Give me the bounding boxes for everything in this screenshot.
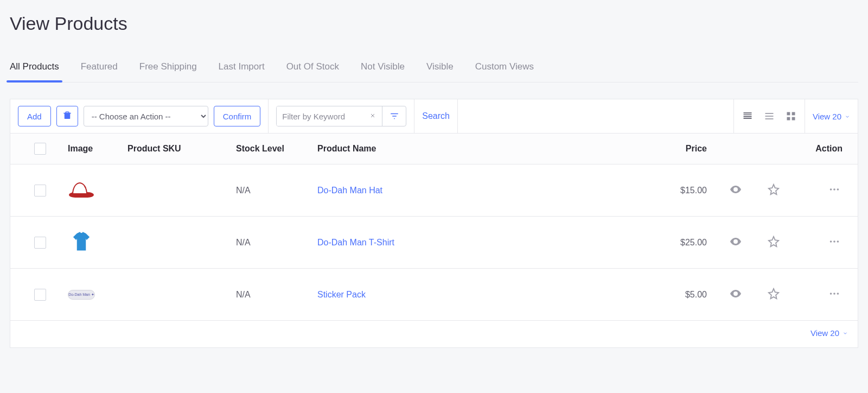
col-price: Price — [652, 144, 717, 154]
bulk-action-select[interactable]: -- Choose an Action -- — [84, 106, 208, 126]
tab-bar: All ProductsFeaturedFree ShippingLast Im… — [10, 56, 858, 83]
svg-point-13 — [735, 293, 737, 295]
star-icon — [768, 288, 780, 302]
toolbar-group-search-link: Search — [414, 99, 458, 133]
tab-out-of-stock[interactable]: Out Of Stock — [286, 56, 339, 82]
col-stock: Stock Level — [233, 144, 314, 154]
visibility-toggle[interactable] — [717, 235, 755, 250]
search-link[interactable]: Search — [422, 111, 450, 121]
more-icon — [828, 183, 840, 198]
toolbar-group-search — [269, 99, 414, 133]
product-name-link[interactable]: Do-Dah Man T-Shirt — [317, 238, 394, 247]
star-icon — [768, 183, 780, 198]
cell-stock: N/A — [233, 238, 314, 248]
table-header: Image Product SKU Stock Level Product Na… — [10, 133, 858, 164]
product-thumb: Do-Dah Man ✦ — [68, 283, 95, 307]
cell-price: $5.00 — [652, 290, 717, 300]
filter-input[interactable] — [277, 106, 363, 126]
toolbar-group-actions: Add -- Choose an Action -- Confirm — [10, 99, 269, 133]
products-panel: Add -- Choose an Action -- Confirm — [10, 99, 858, 348]
col-sku: Product SKU — [124, 144, 233, 154]
svg-rect-0 — [64, 113, 70, 119]
page-size-select-footer[interactable]: View 20 — [810, 328, 848, 338]
confirm-button[interactable]: Confirm — [214, 106, 261, 126]
svg-rect-1 — [787, 112, 790, 116]
page-size-label: View 20 — [813, 112, 841, 121]
svg-point-6 — [830, 188, 832, 191]
tab-free-shipping[interactable]: Free Shipping — [139, 56, 197, 82]
toolbar-group-pagesize: View 20 — [805, 99, 858, 133]
favorite-toggle[interactable] — [755, 288, 793, 302]
page-size-select[interactable]: View 20 — [813, 112, 850, 121]
cell-stock: N/A — [233, 186, 314, 195]
svg-point-5 — [735, 188, 737, 191]
eye-icon — [729, 183, 742, 198]
svg-point-11 — [833, 240, 835, 243]
view-grid-icon[interactable] — [785, 110, 797, 122]
favorite-toggle[interactable] — [755, 183, 793, 198]
row-actions-menu[interactable] — [793, 183, 852, 198]
svg-point-16 — [837, 293, 839, 295]
toolbar-spacer — [458, 99, 734, 133]
add-button[interactable]: Add — [18, 106, 51, 126]
col-name: Product Name — [314, 144, 652, 154]
page-size-label-footer: View 20 — [810, 328, 839, 338]
table-row: N/ADo-Dah Man T-Shirt$25.00 — [10, 217, 858, 269]
clear-filter-icon[interactable] — [363, 111, 382, 121]
filter-icon[interactable] — [382, 106, 406, 126]
row-actions-menu[interactable] — [793, 288, 852, 302]
row-checkbox[interactable] — [34, 185, 46, 196]
cell-price: $25.00 — [652, 238, 717, 248]
toolbar-group-views — [734, 99, 805, 133]
favorite-toggle[interactable] — [755, 236, 793, 250]
col-action: Action — [793, 144, 852, 154]
row-actions-menu[interactable] — [793, 236, 852, 250]
svg-point-15 — [833, 293, 835, 295]
page-title: View Products — [10, 13, 858, 34]
product-thumb-tshirt — [69, 230, 93, 256]
visibility-toggle[interactable] — [717, 183, 755, 198]
toolbar: Add -- Choose an Action -- Confirm — [10, 99, 858, 133]
row-checkbox[interactable] — [34, 237, 46, 249]
view-dense-list-icon[interactable] — [742, 110, 754, 122]
star-icon — [768, 236, 780, 250]
eye-icon — [729, 235, 742, 250]
table-row: N/ADo-Dah Man Hat$15.00 — [10, 164, 858, 217]
tab-last-import[interactable]: Last Import — [219, 56, 265, 82]
more-icon — [828, 236, 840, 250]
panel-footer: View 20 — [10, 321, 858, 347]
cell-price: $15.00 — [652, 186, 717, 195]
more-icon — [828, 288, 840, 302]
svg-point-9 — [735, 240, 737, 243]
svg-point-14 — [830, 293, 832, 295]
visibility-toggle[interactable] — [717, 287, 755, 302]
tab-featured[interactable]: Featured — [81, 56, 118, 82]
svg-point-8 — [837, 188, 839, 191]
view-list-icon[interactable] — [763, 110, 775, 122]
tab-not-visible[interactable]: Not Visible — [361, 56, 405, 82]
chevron-down-icon — [845, 112, 850, 121]
product-thumb-sticker: Do-Dah Man ✦ — [68, 290, 95, 300]
tab-all-products[interactable]: All Products — [10, 56, 59, 82]
col-image: Image — [65, 144, 124, 154]
svg-point-10 — [830, 240, 832, 243]
delete-button[interactable] — [56, 106, 78, 126]
cell-stock: N/A — [233, 290, 314, 300]
product-thumb — [68, 179, 95, 202]
tab-visible[interactable]: Visible — [426, 56, 454, 82]
svg-point-12 — [837, 240, 839, 243]
table-body: N/ADo-Dah Man Hat$15.00N/ADo-Dah Man T-S… — [10, 164, 858, 321]
product-thumb-hat — [69, 182, 94, 199]
tab-custom-views[interactable]: Custom Views — [475, 56, 534, 82]
svg-point-7 — [833, 188, 835, 191]
svg-rect-2 — [792, 112, 795, 116]
product-name-link[interactable]: Sticker Pack — [317, 290, 366, 299]
eye-icon — [729, 287, 742, 302]
svg-rect-3 — [787, 117, 790, 121]
select-all-checkbox[interactable] — [34, 143, 46, 155]
svg-rect-4 — [792, 117, 795, 121]
table-row: Do-Dah Man ✦N/ASticker Pack$5.00 — [10, 269, 858, 321]
product-name-link[interactable]: Do-Dah Man Hat — [317, 186, 382, 195]
search-wrap — [276, 106, 406, 126]
row-checkbox[interactable] — [34, 289, 46, 301]
